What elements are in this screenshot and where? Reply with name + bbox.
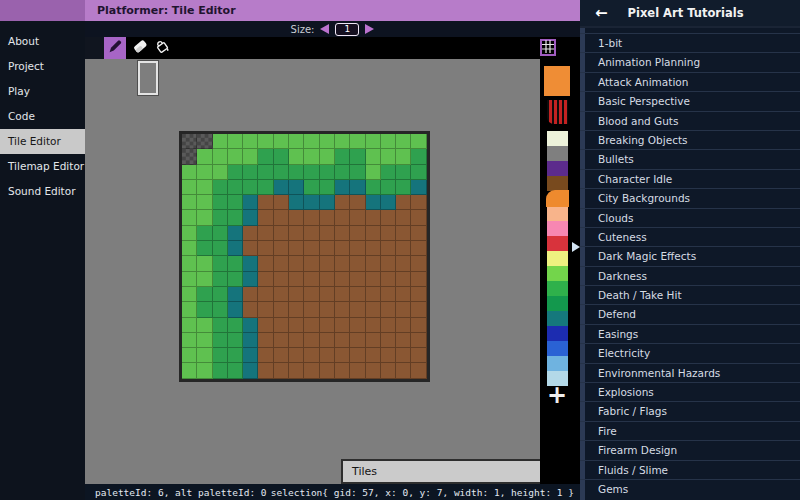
tile-cell[interactable]: [411, 195, 426, 210]
tile-cell[interactable]: [335, 180, 350, 195]
tutorial-item-breaking-objects[interactable]: Breaking Objects: [580, 130, 800, 149]
panel-collapse-arrow-icon[interactable]: [572, 242, 580, 252]
tutorial-item-death-take-hit[interactable]: Death / Take Hit: [580, 285, 800, 304]
tile-cell[interactable]: [182, 363, 197, 378]
tile-cell[interactable]: [396, 333, 411, 348]
tile-cell[interactable]: [335, 272, 350, 287]
tile-cell[interactable]: [304, 272, 319, 287]
tile-cell[interactable]: [396, 195, 411, 210]
tile-cell[interactable]: [366, 272, 381, 287]
tile-cell[interactable]: [350, 241, 365, 256]
tile-cell[interactable]: [274, 272, 289, 287]
tile-cell[interactable]: [396, 241, 411, 256]
tutorial-item-electricity[interactable]: Electricity: [580, 343, 800, 362]
tile-cell[interactable]: [213, 272, 228, 287]
tile-cell[interactable]: [182, 318, 197, 333]
current-color-swatch[interactable]: [544, 66, 570, 96]
tile-cell[interactable]: [274, 165, 289, 180]
tile-cell[interactable]: [304, 165, 319, 180]
tile-cell[interactable]: [366, 210, 381, 225]
palette-swatch-9[interactable]: [547, 266, 568, 281]
palette-swatch-2[interactable]: [547, 161, 568, 176]
tile-cell[interactable]: [243, 333, 258, 348]
tile-cell[interactable]: [182, 241, 197, 256]
tile-cell[interactable]: [228, 195, 243, 210]
tile-cell[interactable]: [304, 241, 319, 256]
tile-cell[interactable]: [411, 287, 426, 302]
sidebar-item-code[interactable]: Code: [0, 104, 85, 129]
tile-cell[interactable]: [350, 302, 365, 317]
sidebar-item-project[interactable]: Project: [0, 54, 85, 79]
tutorial-item-fabric-flags[interactable]: Fabric / Flags: [580, 401, 800, 420]
palette-swatch-13[interactable]: [547, 326, 568, 341]
tile-cell[interactable]: [411, 318, 426, 333]
size-increase-arrow[interactable]: [365, 24, 374, 34]
tile-cell[interactable]: [320, 256, 335, 271]
tile-cell[interactable]: [197, 287, 212, 302]
sidebar-item-tile-editor[interactable]: Tile Editor: [0, 129, 85, 154]
tile-cell[interactable]: [182, 149, 197, 164]
pencil-tool-button[interactable]: [104, 37, 126, 59]
tile-cell[interactable]: [350, 318, 365, 333]
tutorial-item-basic-perspective[interactable]: Basic Perspective: [580, 91, 800, 110]
tile-cell[interactable]: [274, 287, 289, 302]
tutorial-item-dark-magic-effects[interactable]: Dark Magic Effects: [580, 246, 800, 265]
tile-cell[interactable]: [350, 149, 365, 164]
tile-cell[interactable]: [289, 348, 304, 363]
tile-cell[interactable]: [335, 256, 350, 271]
tile-cell[interactable]: [335, 287, 350, 302]
tile-cell[interactable]: [289, 256, 304, 271]
tile-cell[interactable]: [381, 287, 396, 302]
tile-cell[interactable]: [258, 226, 273, 241]
tile-cell[interactable]: [228, 241, 243, 256]
tile-cell[interactable]: [197, 302, 212, 317]
tile-cell[interactable]: [289, 180, 304, 195]
tile-cell[interactable]: [258, 302, 273, 317]
tile-cell[interactable]: [274, 180, 289, 195]
palette-swatch-4[interactable]: [546, 190, 569, 207]
tile-cell[interactable]: [304, 256, 319, 271]
palette-swatch-7[interactable]: [547, 236, 568, 251]
tile-cell[interactable]: [396, 272, 411, 287]
tile-cell[interactable]: [182, 272, 197, 287]
tile-cell[interactable]: [366, 241, 381, 256]
tile-cell[interactable]: [243, 241, 258, 256]
tile-cell[interactable]: [304, 302, 319, 317]
size-input[interactable]: [335, 23, 359, 36]
tile-cell[interactable]: [258, 149, 273, 164]
tile-cell[interactable]: [320, 180, 335, 195]
tile-cell[interactable]: [243, 363, 258, 378]
tile-cell[interactable]: [320, 149, 335, 164]
tile-cell[interactable]: [396, 256, 411, 271]
tile-cell[interactable]: [228, 149, 243, 164]
tile-cell[interactable]: [304, 195, 319, 210]
tutorial-item-city-backgrounds[interactable]: City Backgrounds: [580, 188, 800, 207]
tile-cell[interactable]: [381, 363, 396, 378]
tile-cell[interactable]: [411, 210, 426, 225]
tile-cell[interactable]: [213, 318, 228, 333]
tile-cell[interactable]: [366, 318, 381, 333]
tile-cell[interactable]: [274, 149, 289, 164]
tile-cell[interactable]: [213, 256, 228, 271]
tile-cell[interactable]: [396, 348, 411, 363]
tile-cell[interactable]: [228, 318, 243, 333]
tile-cell[interactable]: [381, 333, 396, 348]
tile-cell[interactable]: [197, 318, 212, 333]
tile-cell[interactable]: [243, 256, 258, 271]
tile-cell[interactable]: [228, 134, 243, 149]
tutorial-item-fluids-slime[interactable]: Fluids / Slime: [580, 460, 800, 479]
tutorial-item-firearm-design[interactable]: Firearm Design: [580, 440, 800, 459]
tile-cell[interactable]: [228, 256, 243, 271]
tile-cell[interactable]: [366, 333, 381, 348]
palette-swatch-14[interactable]: [547, 341, 568, 356]
tile-cell[interactable]: [350, 256, 365, 271]
tile-cell[interactable]: [274, 226, 289, 241]
tile-cell[interactable]: [381, 256, 396, 271]
tutorial-item-gems[interactable]: Gems: [580, 479, 800, 498]
tile-cell[interactable]: [350, 134, 365, 149]
palette-swatch-1[interactable]: [547, 146, 568, 161]
tile-cell[interactable]: [304, 287, 319, 302]
tile-cell[interactable]: [366, 165, 381, 180]
palette-swatch-0[interactable]: [547, 131, 568, 146]
tile-cell[interactable]: [304, 149, 319, 164]
